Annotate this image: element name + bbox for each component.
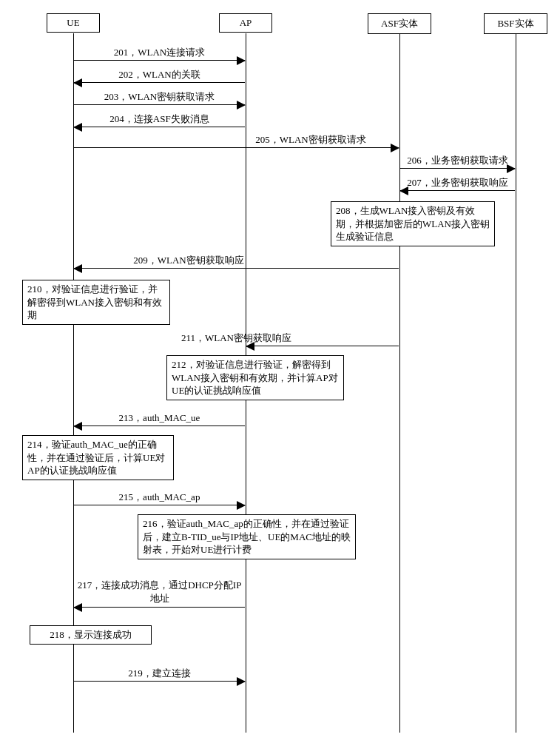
msg-204-label: 204，连接ASF失败消息 [74, 112, 245, 126]
lifeline-asf [399, 33, 400, 733]
msg-217-arrow [74, 607, 245, 608]
msg-206-arrow [400, 168, 515, 169]
sequence-diagram: UE AP ASF实体 BSF实体 201，WLAN连接请求 202，WLAN的… [0, 0, 560, 740]
msg-201-label: 201，WLAN连接请求 [74, 46, 245, 59]
msg-206-label: 206，业务密钥获取请求 [400, 154, 515, 167]
msg-213-label: 213，auth_MAC_ue [74, 411, 245, 425]
msg-211-arrow [246, 346, 399, 346]
msg-219-arrow [74, 681, 245, 682]
note-214: 214，验证auth_MAC_ue的正确性，并在通过验证后，计算UE对AP的认证… [22, 435, 174, 480]
actor-ue: UE [47, 13, 100, 33]
actor-asf: ASF实体 [368, 13, 431, 34]
msg-219-label: 219，建立连接 [74, 667, 245, 680]
msg-207-label: 207，业务密钥获取响应 [400, 176, 515, 189]
msg-215-label: 215，auth_MAC_ap [74, 491, 245, 504]
note-218: 218，显示连接成功 [30, 625, 152, 645]
msg-209-label: 209，WLAN密钥获取响应 [74, 254, 303, 267]
msg-202-label: 202，WLAN的关联 [74, 68, 245, 81]
note-210: 210，对验证信息进行验证，并解密得到WLAN接入密钥和有效期 [22, 280, 170, 325]
msg-203-label: 203，WLAN密钥获取请求 [74, 90, 245, 104]
msg-205-label: 205，WLAN密钥获取请求 [222, 133, 399, 147]
msg-209-arrow [74, 268, 399, 269]
actor-ap: AP [219, 13, 272, 33]
msg-202-arrow [74, 82, 245, 83]
actor-bsf: BSF实体 [484, 13, 547, 34]
msg-207-arrow [400, 190, 515, 191]
lifeline-bsf [516, 33, 516, 733]
msg-203-arrow [74, 104, 245, 105]
msg-204-arrow [74, 127, 245, 127]
note-208: 208，生成WLAN接入密钥及有效期，并根据加密后的WLAN接入密钥生成验证信息 [331, 201, 495, 246]
msg-211-label: 211，WLAN密钥获取响应 [74, 332, 399, 345]
msg-217-label: 217，连接成功消息，通过DHCP分配IP地址 [74, 579, 245, 605]
msg-215-arrow [74, 505, 245, 505]
msg-213-arrow [74, 426, 245, 426]
note-212: 212，对验证信息进行验证，解密得到WLAN接入密钥和有效期，并计算AP对UE的… [166, 355, 344, 400]
msg-205-arrow [74, 147, 399, 148]
msg-201-arrow [74, 60, 245, 61]
note-216: 216，验证auth_MAC_ap的正确性，并在通过验证后，建立B-TID_ue… [138, 514, 356, 559]
